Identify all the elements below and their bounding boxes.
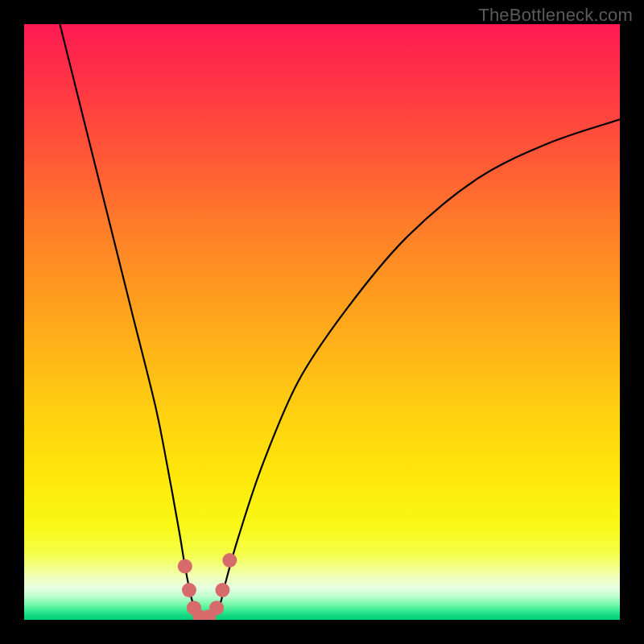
plot-area xyxy=(24,24,620,620)
chart-frame: TheBottleneck.com xyxy=(0,0,644,644)
valley-marker xyxy=(182,583,196,597)
watermark-text: TheBottleneck.com xyxy=(478,5,633,26)
valley-marker xyxy=(222,553,237,568)
bottleneck-curve xyxy=(60,24,620,620)
valley-marker xyxy=(178,559,192,573)
curve-svg xyxy=(24,24,620,620)
valley-marker xyxy=(209,601,224,615)
valley-marker xyxy=(215,583,229,597)
marker-group xyxy=(178,553,237,620)
